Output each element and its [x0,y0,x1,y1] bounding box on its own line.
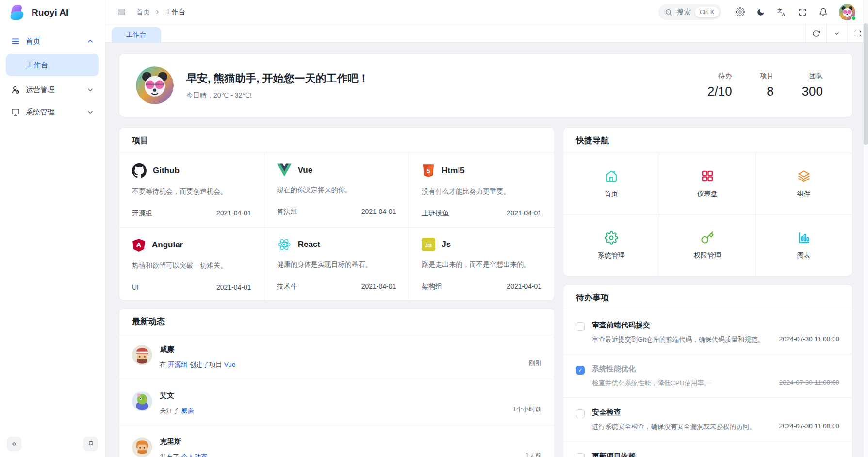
todo-card: 待办事项 审查前端代码提交 审查最近提交到Git仓库的前端代码，确保代码质量和规… [563,284,852,457]
quick-nav-label: 图表 [797,251,811,260]
project-desc: 健康的身体是实现目标的基石。 [277,261,396,269]
breadcrumb-home[interactable]: 首页 [136,8,150,16]
activity-link-feed[interactable]: 个人动态 [181,453,207,457]
fullscreen-button[interactable] [794,4,811,20]
project-card-html5[interactable]: 5 Html5 没有什么才能比努力更重要。 上班摸鱼 2021-04-01 [409,153,554,227]
notifications-button[interactable] [815,4,832,20]
project-card-angular[interactable]: A Angular 热情和欲望可以突破一切难关。 UI 2021-04-01 [119,227,264,300]
sidebar-item-label: 首页 [26,37,40,46]
avatar-evan [132,391,152,411]
project-card-github[interactable]: Github 不要等待机会，而要创造机会。 开源组 2021-04-01 [119,153,264,227]
todo-item-time: 2024-07-30 11:00:00 [779,335,839,344]
activity-link-project[interactable]: Vue [224,361,236,368]
activity-title: 最新动态 [119,309,554,334]
tab-bar: 工作台 [105,24,868,43]
refresh-icon [812,30,820,37]
project-date: 2021-04-01 [216,209,251,218]
language-button[interactable]: 文A [773,4,790,20]
app-title: Ruoyi AI [32,7,68,18]
sidebar-item-operations[interactable]: 运营管理 [6,80,99,100]
bar-chart-icon [797,231,811,245]
sidebar-item-home[interactable]: 首页 [6,31,99,51]
toggle-sidebar-button[interactable] [113,4,130,20]
quick-nav-system[interactable]: 系统管理 [563,214,659,276]
project-card-react[interactable]: React 健康的身体是实现目标的基石。 技术牛 2021-04-01 [264,227,409,300]
content-columns: 项目 Github 不要等待机会，而要创造机会。 开源组 20 [119,127,852,457]
projects-card: 项目 Github 不要等待机会，而要创造机会。 开源组 20 [119,127,555,301]
sidebar-item-workbench[interactable]: 工作台 [6,54,99,76]
project-name: Vue [298,165,313,175]
todo-checkbox-unchecked[interactable] [576,453,585,457]
collapse-sidebar-button[interactable] [7,437,21,451]
page-scrollbar [863,0,868,457]
todo-checkbox-unchecked[interactable] [576,409,585,418]
activity-time: 1天前 [525,451,541,457]
refresh-tab-button[interactable] [805,24,826,42]
sidebar-item-system[interactable]: 系统管理 [6,102,99,122]
activity-item: 艾文 关注了 威廉 1个小时前 [119,380,554,426]
project-group: UI [132,283,139,291]
pin-sidebar-button[interactable] [83,437,98,451]
project-group: 上班摸鱼 [422,209,449,218]
settings-button[interactable] [732,4,748,20]
todo-item-title: 审查前端代码提交 [592,321,839,330]
quick-nav-permissions[interactable]: 权限管理 [659,214,755,276]
translate-icon: 文A [777,7,786,17]
app-window: Ruoyi AI 首页 工作台 运营管理 系统管理 [0,0,868,457]
todo-body: 更新项目依赖 [592,452,839,457]
hamburger-icon [117,7,126,16]
todo-title: 待办事项 [563,285,852,310]
scrollbar-thumb[interactable] [864,23,868,145]
projects-grid: Github 不要等待机会，而要创造机会。 开源组 2021-04-01 [119,153,554,300]
search-placeholder: 搜索 [677,8,690,16]
sidebar: Ruoyi AI 首页 工作台 运营管理 系统管理 [0,0,105,457]
tab-menu-button[interactable] [826,24,847,42]
quick-nav-home[interactable]: 首页 [563,153,659,214]
user-avatar[interactable] [839,4,855,20]
project-card-js[interactable]: JS Js 路是走出来的，而不是空想出来的。 架构组 2021-04-01 [409,227,554,300]
search-icon [665,8,672,16]
quick-nav-charts[interactable]: 图表 [756,214,852,276]
svg-text:A: A [136,241,142,249]
todo-checkbox-checked[interactable]: ✓ [576,366,585,375]
quick-nav-dashboard[interactable]: 仪表盘 [659,153,755,214]
todo-item: 更新项目依赖 [563,441,852,457]
svg-text:5: 5 [427,167,431,175]
right-column: 快捷导航 首页 仪表盘 [563,127,852,457]
project-name: Github [153,166,180,176]
app-logo[interactable]: Ruoyi AI [0,0,105,25]
activity-text-part: 关注了 [160,407,181,414]
todo-item: 审查前端代码提交 审查最近提交到Git仓库的前端代码，确保代码质量和规范。 20… [563,310,852,354]
activity-text: 关注了 威廉 [160,407,506,415]
activity-link-group[interactable]: 开源组 [168,361,188,368]
js-icon: JS [422,238,435,251]
project-desc: 现在的你决定将来的你。 [277,186,396,195]
search-input[interactable]: 搜索 Ctrl K [658,4,721,20]
activity-item: 威廉 在 开源组 创建了项目 Vue 刚刚 [119,334,554,380]
online-status-dot [851,16,856,21]
sidebar-item-label: 运营管理 [26,85,55,95]
quick-nav-components[interactable]: 组件 [756,153,852,214]
breadcrumb: 首页 工作台 [136,8,185,16]
project-desc: 没有什么才能比努力更重要。 [422,187,541,196]
project-card-vue[interactable]: Vue 现在的你决定将来的你。 算法组 2021-04-01 [264,153,409,227]
welcome-stats: 待办 2/10 项目 8 团队 300 [707,72,835,99]
activity-link-user[interactable]: 威廉 [181,407,194,414]
todo-item: ✓ 系统性能优化 检查并优化系统性能，降低CPU使用率。 2024-07-30 … [563,354,852,398]
activity-text: 在 开源组 创建了项目 Vue [160,360,522,369]
todo-body: 系统性能优化 检查并优化系统性能，降低CPU使用率。 2024-07-30 11… [592,364,839,388]
activity-time: 1个小时前 [513,405,541,414]
todo-checkbox-unchecked[interactable] [576,322,585,331]
react-icon [277,238,292,251]
todo-list: 审查前端代码提交 审查最近提交到Git仓库的前端代码，确保代码质量和规范。 20… [563,310,852,457]
dark-mode-button[interactable] [753,4,769,20]
sidebar-item-label: 工作台 [26,61,48,70]
tab-workbench[interactable]: 工作台 [112,27,161,42]
layers-icon [797,169,811,183]
welcome-greeting: 早安, 熊猫助手, 开始您一天的工作吧！ [186,71,369,86]
svg-text:JS: JS [425,242,432,248]
stat-value: 2/10 [707,84,732,99]
todo-body: 安全检查 进行系统安全检查，确保没有安全漏洞或未授权的访问。 2024-07-3… [592,408,839,431]
quick-nav-label: 组件 [797,190,811,198]
activity-user: 克里斯 [160,437,518,446]
